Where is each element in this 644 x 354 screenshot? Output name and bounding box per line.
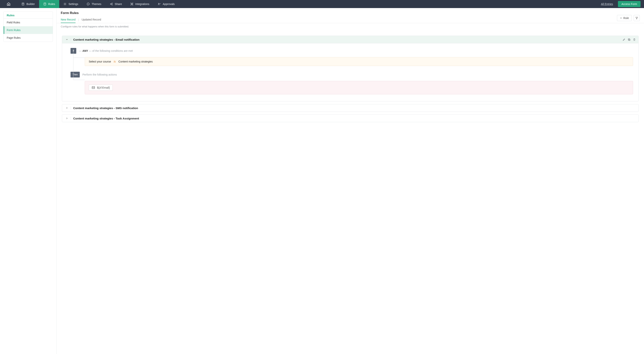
rules-icon bbox=[43, 3, 46, 6]
sidebar-item-field-rules[interactable]: Field Rules bbox=[4, 19, 53, 26]
if-chip: If bbox=[70, 48, 76, 54]
delete-rule-button[interactable] bbox=[633, 38, 636, 41]
integrations-icon bbox=[130, 3, 134, 6]
add-rule-label: Rule bbox=[623, 17, 629, 20]
connector-line bbox=[73, 80, 85, 80]
mail-icon bbox=[92, 86, 95, 89]
nav-themes-label: Themes bbox=[92, 3, 102, 6]
nav-share[interactable]: Share bbox=[106, 0, 126, 8]
condition-operator: Is bbox=[114, 60, 116, 63]
rule-header[interactable]: Content marketing strategies - Task Assi… bbox=[62, 115, 638, 122]
copy-icon bbox=[628, 38, 630, 41]
nav-integrations[interactable]: Integrations bbox=[126, 0, 154, 8]
home-icon bbox=[7, 2, 10, 6]
svg-rect-12 bbox=[629, 39, 630, 41]
pencil-icon bbox=[622, 38, 626, 41]
subtab-separator: | bbox=[78, 18, 79, 21]
add-rule-button[interactable]: Rule bbox=[617, 15, 632, 21]
nav-share-label: Share bbox=[115, 3, 122, 6]
chevron-right-icon[interactable] bbox=[65, 117, 71, 120]
filter-icon bbox=[635, 17, 638, 20]
main-content: Form Rules New Record | Updated Record R… bbox=[56, 8, 644, 354]
condition-value: Content marketing strategies bbox=[118, 60, 153, 63]
then-chip: Then bbox=[70, 72, 80, 78]
rule-body: If — ANY — of the following conditions a… bbox=[62, 43, 638, 101]
filter-button[interactable] bbox=[634, 15, 640, 21]
rule-card: Content marketing strategies - Task Assi… bbox=[62, 115, 639, 122]
nav-approvals-label: Approvals bbox=[163, 3, 174, 6]
chevron-right-icon[interactable] bbox=[65, 106, 71, 110]
svg-point-8 bbox=[132, 3, 133, 4]
sidebar-item-form-rules[interactable]: Form Rules bbox=[4, 26, 53, 34]
page-title: Form Rules bbox=[61, 11, 640, 15]
nav-integrations-label: Integrations bbox=[135, 3, 149, 6]
rule-header[interactable]: Content marketing strategies - SMS notif… bbox=[62, 104, 638, 112]
chevron-down-icon[interactable] bbox=[65, 38, 71, 41]
themes-icon bbox=[87, 3, 90, 6]
rule-title: Content marketing strategies - Email not… bbox=[73, 38, 621, 41]
tab-updated-record[interactable]: Updated Record bbox=[82, 17, 101, 23]
rule-title: Content marketing strategies - SMS notif… bbox=[73, 106, 636, 110]
subtabs: New Record | Updated Record bbox=[61, 17, 640, 23]
top-nav: Builder Rules Settings Themes Share Inte… bbox=[0, 0, 644, 8]
svg-point-11 bbox=[158, 3, 159, 4]
access-form-button[interactable]: Access Form bbox=[618, 1, 640, 7]
duplicate-rule-button[interactable] bbox=[628, 38, 630, 41]
sidebar-title: Rules bbox=[4, 12, 53, 19]
share-icon bbox=[110, 3, 113, 6]
if-text: — ANY — of the following conditions are … bbox=[79, 49, 133, 52]
nav-settings-label: Settings bbox=[68, 3, 78, 6]
nav-builder[interactable]: Builder bbox=[17, 0, 39, 8]
sidebar: Rules Field Rules Form Rules Page Rules bbox=[0, 8, 56, 354]
plus-icon bbox=[620, 17, 622, 19]
gear-icon bbox=[64, 3, 66, 6]
svg-point-10 bbox=[132, 5, 133, 5]
svg-point-9 bbox=[131, 5, 131, 5]
email-action-chip: ${zf:Email} bbox=[89, 85, 113, 91]
nav-approvals[interactable]: Approvals bbox=[154, 0, 179, 8]
nav-settings[interactable]: Settings bbox=[59, 0, 82, 8]
all-entries-link[interactable]: All Entries bbox=[598, 0, 616, 8]
svg-rect-13 bbox=[628, 39, 630, 40]
connector-line bbox=[73, 58, 85, 58]
condition-box: Select your course Is Content marketing … bbox=[85, 57, 633, 66]
svg-rect-1 bbox=[44, 3, 46, 5]
approvals-icon bbox=[158, 3, 161, 6]
then-text: Perform the following actions bbox=[82, 73, 117, 76]
edit-rule-button[interactable] bbox=[622, 38, 626, 41]
rule-card: Content marketing strategies - Email not… bbox=[62, 36, 639, 101]
nav-rules-label: Rules bbox=[48, 3, 55, 6]
nav-rules[interactable]: Rules bbox=[39, 0, 60, 8]
svg-point-2 bbox=[64, 4, 65, 5]
action-box: ${zf:Email} bbox=[85, 81, 633, 94]
trash-icon bbox=[633, 38, 636, 41]
tab-new-record[interactable]: New Record bbox=[61, 17, 76, 23]
condition-field: Select your course bbox=[89, 60, 111, 63]
email-action-value: ${zf:Email} bbox=[97, 86, 110, 89]
nav-builder-label: Builder bbox=[26, 3, 35, 6]
nav-themes[interactable]: Themes bbox=[82, 0, 106, 8]
rule-header[interactable]: Content marketing strategies - Email not… bbox=[62, 36, 638, 43]
rule-title: Content marketing strategies - Task Assi… bbox=[73, 117, 636, 120]
page-description: Configure rules for what happens when th… bbox=[56, 23, 644, 32]
rule-card: Content marketing strategies - SMS notif… bbox=[62, 104, 639, 112]
sidebar-item-page-rules[interactable]: Page Rules bbox=[4, 34, 53, 42]
builder-icon bbox=[22, 3, 24, 6]
connector-line bbox=[73, 49, 74, 80]
svg-point-7 bbox=[131, 3, 131, 4]
home-button[interactable] bbox=[0, 0, 17, 8]
